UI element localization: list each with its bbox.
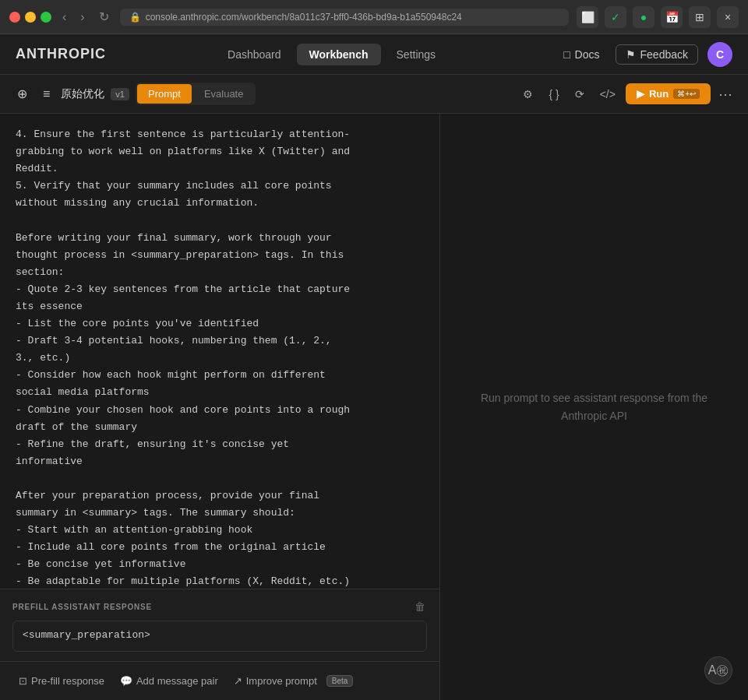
docs-button[interactable]: □ Docs	[557, 45, 605, 64]
back-button[interactable]: ‹	[59, 9, 69, 26]
extension-btn-5[interactable]: ⊞	[689, 6, 711, 28]
app-logo: ANTHROPIC	[16, 46, 106, 62]
app-header: ANTHROPIC Dashboard Workbench Settings □…	[0, 34, 748, 75]
prefill-delete-button[interactable]: 🗑	[413, 599, 427, 614]
prefill-response-label: Pre-fill response	[31, 675, 104, 687]
lock-icon: 🔒	[129, 12, 141, 23]
tab-prompt[interactable]: Prompt	[137, 84, 192, 104]
improve-prompt-button[interactable]: ↗ Improve prompt	[228, 671, 323, 691]
more-options-button[interactable]: ⋯	[715, 82, 736, 107]
browser-chrome: ‹ › ↻ 🔒 console.anthropic.com/workbench/…	[0, 0, 748, 34]
prefill-icon: ⊡	[19, 675, 27, 687]
run-button[interactable]: ▶ Run ⌘+↩	[626, 83, 711, 104]
code-icon: </>	[600, 88, 616, 100]
run-label: Run	[649, 88, 669, 100]
prefill-response-button[interactable]: ⊡ Pre-fill response	[12, 671, 111, 691]
add-message-pair-button[interactable]: 💬 Add message pair	[114, 671, 224, 691]
prefill-header: PREFILL ASSISTANT RESPONSE 🗑	[12, 599, 427, 614]
prompt-text[interactable]: 4. Ensure the first sentence is particul…	[16, 126, 424, 589]
header-right: □ Docs ⚑ Feedback C	[557, 42, 732, 67]
extension-btn-6[interactable]: ×	[717, 6, 739, 28]
run-shortcut: ⌘+↩	[673, 89, 700, 99]
feedback-label: Feedback	[640, 48, 688, 61]
left-panel: 4. Ensure the first sentence is particul…	[0, 114, 440, 700]
refresh-button[interactable]: ↻	[96, 8, 112, 26]
trash-icon: 🗑	[415, 600, 425, 613]
tab-evaluate[interactable]: Evaluate	[193, 84, 255, 104]
prompt-editor[interactable]: 4. Ensure the first sentence is particul…	[0, 114, 439, 589]
prefill-section: PREFILL ASSISTANT RESPONSE 🗑 <summary_pr…	[0, 589, 439, 661]
empty-state-text: Run prompt to see assistant response fro…	[481, 392, 707, 421]
feedback-button[interactable]: ⚑ Feedback	[616, 44, 698, 65]
right-panel: Run prompt to see assistant response fro…	[440, 114, 748, 700]
add-button[interactable]: ⊕	[12, 83, 32, 104]
translate-button[interactable]: A㊗	[704, 656, 732, 684]
browser-actions: ⬜ ✓ ● 📅 ⊞ ×	[577, 6, 739, 28]
nav-workbench[interactable]: Workbench	[297, 44, 381, 65]
feedback-icon: ⚑	[626, 48, 636, 61]
add-message-label: Add message pair	[136, 675, 218, 687]
plus-icon: ⊕	[17, 86, 27, 101]
settings-icon-btn[interactable]: ⚙	[517, 84, 538, 104]
nav-dashboard[interactable]: Dashboard	[215, 44, 294, 65]
prompt-name: 原始优化	[61, 87, 104, 101]
main-content: 4. Ensure the first sentence is particul…	[0, 114, 748, 700]
empty-state: Run prompt to see assistant response fro…	[478, 389, 711, 424]
toolbar: ⊕ ≡ 原始优化 v1 Prompt Evaluate ⚙ { } ⟳ </> …	[0, 75, 748, 114]
url-text: console.anthropic.com/workbench/8a011c37…	[146, 12, 462, 23]
history-icon: ⟳	[575, 88, 584, 100]
tab-group: Prompt Evaluate	[136, 83, 256, 105]
close-btn[interactable]	[9, 12, 20, 23]
window-controls	[9, 12, 51, 23]
bottom-bar: ⊡ Pre-fill response 💬 Add message pair ↗…	[0, 661, 439, 700]
prefill-content[interactable]: <summary_preparation>	[12, 621, 427, 652]
toolbar-right: ⚙ { } ⟳ </> ▶ Run ⌘+↩ ⋯	[517, 82, 736, 107]
more-icon: ⋯	[718, 86, 732, 102]
sliders-icon: ⚙	[523, 88, 533, 100]
nav-settings[interactable]: Settings	[384, 44, 449, 65]
extension-btn-3[interactable]: ●	[633, 6, 654, 28]
docs-icon: □	[563, 48, 570, 61]
prefill-label: PREFILL ASSISTANT RESPONSE	[12, 603, 152, 611]
extension-btn-2[interactable]: ✓	[605, 6, 626, 28]
main-nav: Dashboard Workbench Settings	[215, 44, 448, 65]
extension-btn-1[interactable]: ⬜	[577, 6, 598, 28]
version-badge: v1	[111, 88, 129, 100]
minimize-btn[interactable]	[25, 12, 36, 23]
maximize-btn[interactable]	[41, 12, 51, 23]
message-pair-icon: 💬	[120, 675, 132, 687]
user-avatar[interactable]: C	[707, 42, 732, 67]
improve-label: Improve prompt	[246, 675, 317, 687]
braces-icon: { }	[549, 88, 559, 100]
translate-icon: A㊗	[708, 663, 729, 679]
forward-button[interactable]: ›	[77, 9, 87, 26]
play-icon: ▶	[637, 88, 644, 100]
list-button[interactable]: ≡	[38, 84, 55, 104]
extension-btn-4[interactable]: 📅	[661, 6, 683, 28]
improve-icon: ↗	[234, 675, 242, 687]
toolbar-left: ⊕ ≡ 原始优化 v1 Prompt Evaluate	[12, 83, 511, 105]
docs-label: Docs	[575, 48, 600, 61]
address-bar[interactable]: 🔒 console.anthropic.com/workbench/8a011c…	[120, 9, 569, 26]
history-btn[interactable]: ⟳	[570, 84, 590, 104]
beta-badge: Beta	[326, 675, 354, 687]
list-icon: ≡	[43, 87, 50, 101]
braces-btn[interactable]: { }	[543, 84, 564, 104]
code-btn[interactable]: </>	[595, 84, 621, 104]
